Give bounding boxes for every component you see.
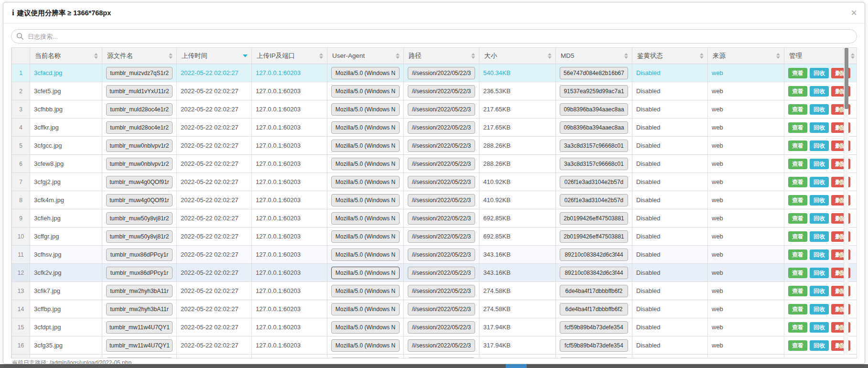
md5-pill[interactable]: fcf59b89b4b73defe354 xyxy=(560,339,628,352)
md5-pill[interactable]: 026f1e3ad3104e2b57d xyxy=(560,176,628,188)
path-pill[interactable]: /i/session/2022/05/22/3 xyxy=(408,321,475,334)
recycle-button[interactable]: 回收 xyxy=(810,268,829,278)
view-button[interactable]: 查看 xyxy=(788,159,807,169)
source-file-pill[interactable]: tumblr_muw0nblvpv1r2 xyxy=(106,140,173,152)
view-button[interactable]: 查看 xyxy=(788,68,807,78)
view-button[interactable]: 查看 xyxy=(788,86,807,97)
path-pill[interactable]: /i/session/2022/05/22/3 xyxy=(408,121,475,134)
md5-pill[interactable]: 6de4ba4f17dbbbffb6f2 xyxy=(560,303,628,315)
sort-icon[interactable] xyxy=(776,53,780,59)
user-agent-pill[interactable]: Mozilla/5.0 (Windows N xyxy=(331,85,400,97)
md5-pill[interactable]: 3a3c8d3157c96668c01 xyxy=(560,158,628,170)
path-pill[interactable]: /i/session/2022/05/22/3 xyxy=(408,194,475,206)
user-agent-pill[interactable]: Mozilla/5.0 (Windows N xyxy=(331,67,400,79)
md5-pill[interactable]: 09b8396ba394aaec8aa xyxy=(560,103,628,116)
recycle-button[interactable]: 回收 xyxy=(810,249,829,260)
path-pill[interactable]: /i/session/2022/05/22/3 xyxy=(408,249,475,261)
source-file-pill[interactable]: tumblr_muw50y8vj81r2 xyxy=(106,230,173,243)
sort-desc-icon[interactable] xyxy=(243,54,248,57)
view-button[interactable]: 查看 xyxy=(788,104,807,115)
path-pill[interactable]: /i/session/2022/05/22/3 xyxy=(408,212,475,225)
user-agent-pill[interactable]: Mozilla/5.0 (Windows N xyxy=(331,212,400,225)
column-header-10[interactable]: 来源 xyxy=(708,48,784,64)
source-file-pill[interactable]: tumblr_mux86dPPcy1r xyxy=(106,249,173,261)
user-agent-pill[interactable] xyxy=(331,357,400,358)
recycle-button[interactable]: 回收 xyxy=(810,195,829,206)
user-agent-pill[interactable]: Mozilla/5.0 (Windows N xyxy=(331,103,400,116)
md5-pill[interactable] xyxy=(560,357,628,358)
recycle-button[interactable]: 回收 xyxy=(810,286,829,296)
sort-icon[interactable] xyxy=(548,53,552,59)
user-agent-pill[interactable]: Mozilla/5.0 (Windows N xyxy=(331,176,400,188)
column-header-7[interactable]: 大小 xyxy=(479,48,556,64)
md5-pill[interactable]: 2b0199426eff47503881 xyxy=(560,230,628,243)
user-agent-pill[interactable]: Mozilla/5.0 (Windows N xyxy=(331,249,400,261)
path-pill[interactable] xyxy=(408,357,475,358)
view-button[interactable]: 查看 xyxy=(788,249,807,260)
md5-pill[interactable]: 89210c083842d6c3f44 xyxy=(560,267,628,279)
source-file-pill[interactable] xyxy=(106,357,173,358)
path-pill[interactable]: /i/session/2022/05/22/3 xyxy=(408,140,475,152)
sort-icon[interactable] xyxy=(319,53,323,59)
view-button[interactable]: 查看 xyxy=(788,322,807,333)
view-button[interactable]: 查看 xyxy=(788,286,807,296)
user-agent-pill[interactable]: Mozilla/5.0 (Windows N xyxy=(331,140,400,152)
source-file-pill[interactable]: tumblr_muld28oc4e1r2 xyxy=(106,121,173,134)
md5-pill[interactable]: 6de4ba4f17dbbbffb6f2 xyxy=(560,285,628,297)
view-button[interactable]: 查看 xyxy=(788,141,807,151)
sort-icon[interactable] xyxy=(169,53,173,59)
source-file-pill[interactable]: tumblr_muw50y8vj81r2 xyxy=(106,212,173,225)
path-pill[interactable]: /i/session/2022/05/22/3 xyxy=(408,285,475,297)
source-file-pill[interactable]: tumblr_muw4g0QOf91r xyxy=(106,194,173,206)
user-agent-pill[interactable]: Mozilla/5.0 (Windows N xyxy=(331,285,400,297)
recycle-button[interactable]: 回收 xyxy=(810,304,829,314)
recycle-button[interactable]: 回收 xyxy=(810,141,829,151)
user-agent-pill[interactable]: Mozilla/5.0 (Windows N xyxy=(331,267,400,279)
recycle-button[interactable]: 回收 xyxy=(810,340,829,351)
user-agent-pill[interactable]: Mozilla/5.0 (Windows N xyxy=(331,339,400,352)
source-file-pill[interactable]: tumblr_muw0nblvpv1r2 xyxy=(106,158,173,170)
path-pill[interactable]: /i/session/2022/05/22/3 xyxy=(408,267,475,279)
recycle-button[interactable]: 回收 xyxy=(810,86,829,97)
source-file-pill[interactable]: tumblr_muw4g0QOf91r xyxy=(106,176,173,188)
recycle-button[interactable]: 回收 xyxy=(810,231,829,242)
column-header-9[interactable]: 鉴黄状态 xyxy=(632,48,708,64)
column-header-5[interactable]: User-Agent xyxy=(327,48,404,64)
user-agent-pill[interactable]: Mozilla/5.0 (Windows N xyxy=(331,321,400,334)
user-agent-pill[interactable]: Mozilla/5.0 (Windows N xyxy=(331,194,400,206)
sort-icon[interactable] xyxy=(94,53,98,59)
search-input[interactable] xyxy=(11,29,857,43)
close-icon[interactable]: × xyxy=(851,2,857,23)
md5-pill[interactable]: 026f1e3ad3104e2b57d xyxy=(560,194,628,206)
column-header-4[interactable]: 上传IP及端口 xyxy=(252,48,327,64)
user-agent-pill[interactable]: Mozilla/5.0 (Windows N xyxy=(331,230,400,243)
recycle-button[interactable]: 回收 xyxy=(810,159,829,169)
md5-pill[interactable]: 89210c083842d6c3f44 xyxy=(560,249,628,261)
recycle-button[interactable]: 回收 xyxy=(810,322,829,333)
sort-icon[interactable] xyxy=(396,53,400,59)
recycle-button[interactable]: 回收 xyxy=(810,122,829,133)
recycle-button[interactable]: 回收 xyxy=(810,177,829,187)
user-agent-pill[interactable]: Mozilla/5.0 (Windows N xyxy=(331,303,400,315)
view-button[interactable]: 查看 xyxy=(788,122,807,133)
view-button[interactable]: 查看 xyxy=(788,231,807,242)
source-file-pill[interactable]: tumblr_muld1vYxU11r2 xyxy=(106,85,173,97)
user-agent-pill[interactable]: Mozilla/5.0 (Windows N xyxy=(331,158,400,170)
view-button[interactable]: 查看 xyxy=(788,177,807,187)
path-pill[interactable]: /i/session/2022/05/22/3 xyxy=(408,230,475,243)
md5-pill[interactable]: 91537ea9259d99ac7a1 xyxy=(560,85,628,97)
sort-icon[interactable] xyxy=(851,53,855,59)
column-header-8[interactable]: MD5 xyxy=(556,48,632,64)
column-header-6[interactable]: 路径 xyxy=(404,48,479,64)
source-file-pill[interactable]: tumblr_muld28oc4e1r2 xyxy=(106,103,173,116)
md5-pill[interactable]: 09b8396ba394aaec8aa xyxy=(560,121,628,134)
path-pill[interactable]: /i/session/2022/05/22/3 xyxy=(408,158,475,170)
source-file-pill[interactable]: tumblr_mux86dPPcy1r xyxy=(106,267,173,279)
sort-icon[interactable] xyxy=(700,53,704,59)
view-button[interactable]: 查看 xyxy=(788,340,807,351)
sort-icon[interactable] xyxy=(471,53,475,59)
column-header-3[interactable]: 上传时间 xyxy=(177,48,252,64)
scrollbar-thumb[interactable] xyxy=(845,48,848,109)
vertical-scrollbar[interactable] xyxy=(844,47,848,355)
md5-pill[interactable]: 2b0199426eff47503881 xyxy=(560,212,628,225)
